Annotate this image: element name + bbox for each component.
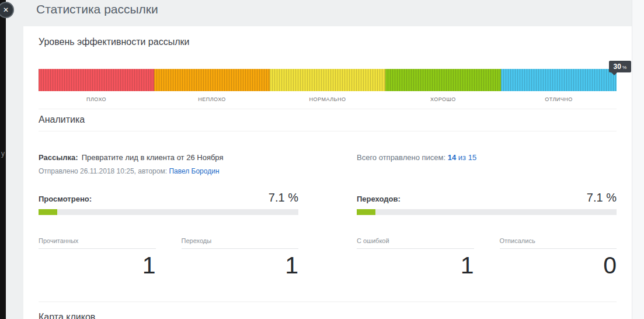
- click-map-heading: Карта кликов: [39, 312, 617, 319]
- metric-clicks: Переходов: 7.1 %: [357, 191, 617, 215]
- gauge-ticks: [385, 69, 501, 91]
- total-sent-of-link[interactable]: из 15: [458, 153, 476, 162]
- scrollbar[interactable]: [632, 0, 644, 319]
- gauge-segment-not-bad: [154, 69, 270, 91]
- counter-unsubscribed-value: 0: [500, 254, 617, 278]
- page-title: Статистика рассылки: [36, 2, 158, 16]
- gauge-ticks: [501, 69, 617, 91]
- counter-read-label: Прочитанных: [39, 237, 156, 249]
- metric-viewed-value: 7.1 %: [269, 191, 298, 204]
- mailing-name: Превратите лид в клиента от 26 Ноября: [82, 153, 224, 162]
- efficiency-heading: Уровень эффективности рассылки: [39, 37, 617, 47]
- metric-clicks-progressbar: [357, 209, 617, 215]
- mailing-info: Рассылка:Превратите лид в клиента от 26 …: [39, 153, 298, 175]
- gauge-segment-good: [385, 69, 501, 91]
- gauge-ticks: [270, 69, 385, 91]
- efficiency-gauge: 30% ПЛОХО НЕПЛОХО НОРМАЛЬНО ХОРОШО ОТЛИЧ…: [39, 69, 617, 102]
- gauge-ticks: [39, 69, 154, 91]
- total-sent-info: Всего отправлено писем: 14 из 15: [357, 153, 617, 175]
- gauge-label-normal: НОРМАЛЬНО: [270, 96, 385, 102]
- metric-viewed-progressbar: [39, 209, 298, 215]
- marker-unit: %: [622, 65, 626, 70]
- gauge-label-excellent: ОТЛИЧНО: [501, 96, 617, 102]
- counter-errors-value: 1: [357, 254, 474, 278]
- gauge-label-bad: ПЛОХО: [39, 96, 154, 102]
- efficiency-marker-tooltip: 30%: [609, 61, 631, 72]
- sidebar-menu-fragment: у: [1, 150, 5, 158]
- close-button[interactable]: ✕: [0, 2, 14, 18]
- counter-read: Прочитанных 1: [39, 237, 156, 278]
- counter-transitions-label: Переходы: [182, 237, 299, 249]
- gauge-segment-normal: [270, 69, 385, 91]
- counter-errors: С ошибкой 1: [357, 237, 474, 278]
- gauge-segment-excellent: [501, 69, 617, 91]
- counter-read-value: 1: [39, 254, 156, 278]
- metric-viewed-label: Просмотрено:: [39, 195, 92, 203]
- counter-errors-label: С ошибкой: [357, 237, 474, 249]
- gauge-ticks: [154, 69, 270, 91]
- total-sent-count-link[interactable]: 14: [448, 153, 456, 162]
- statistics-panel: Уровень эффективности рассылки 30% ПЛОХО…: [23, 26, 632, 319]
- left-sidebar-strip: [0, 0, 6, 319]
- marker-value: 30: [614, 63, 621, 71]
- total-sent-label: Всего отправлено писем:: [357, 153, 445, 162]
- progress-fill: [39, 209, 57, 215]
- counter-transitions: Переходы 1: [182, 237, 299, 278]
- metric-clicks-value: 7.1 %: [587, 191, 617, 204]
- gauge-label-good: ХОРОШО: [385, 96, 501, 102]
- metric-clicks-label: Переходов:: [357, 195, 401, 203]
- counter-transitions-value: 1: [182, 254, 299, 278]
- gauge-segment-bad: [39, 69, 154, 91]
- counter-unsubscribed: Отписались 0: [500, 237, 617, 278]
- gauge-label-not-bad: НЕПЛОХО: [154, 96, 270, 102]
- metric-viewed: Просмотрено: 7.1 %: [39, 191, 298, 215]
- divider: [39, 109, 617, 109]
- mailing-author-link[interactable]: Павел Бородин: [169, 167, 219, 175]
- divider: [39, 131, 617, 131]
- divider: [39, 301, 617, 302]
- progress-fill: [357, 209, 375, 215]
- mailing-sent-info: Отправлено 26.11.2018 10:25, автором:: [39, 167, 167, 175]
- analytics-heading: Аналитика: [39, 115, 617, 125]
- close-icon: ✕: [3, 6, 9, 14]
- counter-unsubscribed-label: Отписались: [500, 237, 617, 249]
- mailing-label: Рассылка:: [39, 153, 78, 162]
